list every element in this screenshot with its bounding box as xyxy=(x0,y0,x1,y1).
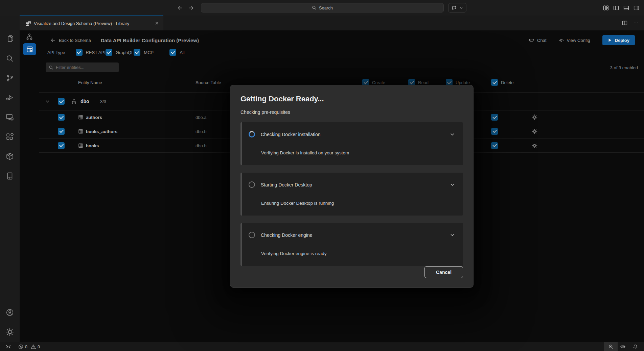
remote-explorer-icon[interactable] xyxy=(6,113,14,121)
database-project-icon[interactable] xyxy=(6,172,14,180)
toggle-primary-sidebar-icon[interactable] xyxy=(613,5,619,11)
entity-settings-gear-icon[interactable] xyxy=(532,115,537,120)
dab-config-webview: Back to Schema Data API Builder Configur… xyxy=(20,30,644,342)
step-description: Verifying Docker engine is ready xyxy=(261,251,327,256)
split-editor-icon[interactable] xyxy=(622,20,627,26)
entity-name: books_authors xyxy=(86,129,117,134)
settings-gear-icon[interactable] xyxy=(6,328,14,336)
delete-checkbox[interactable] xyxy=(491,128,498,135)
entity-name: books xyxy=(86,143,99,148)
back-arrow-icon xyxy=(50,37,56,43)
status-bar: 0 0 xyxy=(0,342,644,351)
table-config-icon-active[interactable] xyxy=(23,43,36,55)
play-icon xyxy=(608,38,612,42)
problems-indicator[interactable]: 0 0 xyxy=(18,344,40,349)
toolbar-actions: Chat View Config Deploy xyxy=(528,35,635,45)
warning-count: 0 xyxy=(38,345,40,349)
source-control-icon[interactable] xyxy=(6,74,14,82)
search-label: Search xyxy=(319,5,333,10)
command-center-search[interactable]: Search xyxy=(201,3,444,12)
filter-entities-input[interactable] xyxy=(56,65,116,70)
remote-indicator-icon[interactable] xyxy=(6,344,11,349)
copilot-icon xyxy=(528,37,534,43)
status-bar-left: 0 0 xyxy=(6,342,40,351)
database-designer-icon xyxy=(25,21,31,26)
package-icon[interactable] xyxy=(6,152,14,160)
step-title: Starting Docker Desktop xyxy=(261,182,312,187)
explorer-icon[interactable] xyxy=(6,35,14,43)
rest-api-label: REST API xyxy=(86,50,106,55)
search-icon[interactable] xyxy=(6,54,14,62)
mcp-checkbox[interactable] xyxy=(134,49,140,56)
graphql-label: GraphQL xyxy=(116,50,134,55)
chat-button[interactable]: Chat xyxy=(528,37,546,43)
col-entity-name: Entity Name xyxy=(78,79,102,86)
rest-api-checkbox[interactable] xyxy=(76,49,83,56)
delete-checkbox[interactable] xyxy=(491,142,498,149)
all-label: All xyxy=(180,50,184,55)
forward-arrow-icon[interactable] xyxy=(188,5,194,11)
delete-all-checkbox[interactable] xyxy=(491,79,498,86)
entity-checkbox[interactable] xyxy=(58,128,65,135)
editor-tab-bar: Visualize and Design Schema (Preview) - … xyxy=(20,16,644,30)
mcp-label: MCP xyxy=(144,50,154,55)
notifications-bell-icon[interactable] xyxy=(633,342,638,351)
more-actions-icon[interactable] xyxy=(633,20,639,26)
tab-visualize-design-schema[interactable]: Visualize and Design Schema (Preview) - … xyxy=(20,16,163,30)
run-and-debug-icon[interactable] xyxy=(6,94,14,102)
activity-bar xyxy=(0,16,20,342)
divider xyxy=(162,49,162,56)
step-title: Checking Docker installation xyxy=(261,132,321,137)
delete-checkbox[interactable] xyxy=(491,114,498,121)
api-type-filters: API Type REST API GraphQL MCP All xyxy=(47,48,185,57)
chat-label: Chat xyxy=(537,38,546,43)
step-header[interactable]: Checking Docker installation xyxy=(249,131,455,137)
designer-mini-sidebar xyxy=(20,30,39,342)
step-header[interactable]: Checking Docker engine xyxy=(249,232,455,238)
history-nav xyxy=(177,0,194,16)
copilot-chat-icon xyxy=(452,5,457,10)
chevron-down-icon xyxy=(450,182,455,187)
step-docker-installation: Checking Docker installation Verifying D… xyxy=(240,122,463,165)
copilot-status-icon[interactable] xyxy=(620,342,626,351)
extensions-icon[interactable] xyxy=(6,133,14,141)
dab-config-content: Back to Schema Data API Builder Configur… xyxy=(39,30,644,342)
back-arrow-icon[interactable] xyxy=(177,5,183,11)
copilot-menu-button[interactable] xyxy=(448,3,466,12)
all-checkbox[interactable] xyxy=(169,49,176,56)
entity-checkbox[interactable] xyxy=(58,114,65,121)
close-icon[interactable] xyxy=(155,21,159,26)
search-icon xyxy=(49,65,53,70)
page-title: Data API Builder Configuration (Preview) xyxy=(101,37,199,43)
schema-count: 3/3 xyxy=(100,99,106,104)
entity-name: authors xyxy=(86,115,102,120)
step-title: Checking Docker engine xyxy=(261,232,313,238)
entity-settings-gear-icon[interactable] xyxy=(532,143,537,148)
toggle-panel-icon[interactable] xyxy=(623,5,629,11)
config-toolbar: Back to Schema Data API Builder Configur… xyxy=(50,35,635,46)
docker-ready-dialog: Getting Docker Ready... Checking pre-req… xyxy=(230,85,474,288)
view-config-button[interactable]: View Config xyxy=(558,37,590,43)
schema-name: dbo xyxy=(80,99,89,104)
step-header[interactable]: Starting Docker Desktop xyxy=(249,181,455,188)
entity-checkbox[interactable] xyxy=(58,142,65,149)
table-icon xyxy=(78,115,83,120)
pending-circle-icon xyxy=(249,181,255,188)
account-icon[interactable] xyxy=(6,308,14,317)
cancel-button[interactable]: Cancel xyxy=(424,266,463,278)
back-to-schema-link[interactable]: Back to Schema xyxy=(50,37,91,43)
schema-checkbox[interactable] xyxy=(58,98,65,105)
zoom-in-icon[interactable] xyxy=(604,342,618,351)
entity-settings-gear-icon[interactable] xyxy=(532,128,537,134)
warning-icon xyxy=(31,344,36,349)
entity-source: dbo.b xyxy=(196,143,207,148)
toggle-secondary-sidebar-icon[interactable] xyxy=(634,5,639,11)
eye-icon xyxy=(558,37,564,43)
customize-layout-icon[interactable] xyxy=(603,5,609,11)
table-icon xyxy=(78,143,83,148)
deploy-button[interactable]: Deploy xyxy=(602,35,635,45)
expand-chevron-icon[interactable] xyxy=(45,99,50,104)
graphql-checkbox[interactable] xyxy=(106,49,112,56)
col-delete: Delete xyxy=(491,79,514,86)
org-schema-icon[interactable] xyxy=(26,33,33,41)
